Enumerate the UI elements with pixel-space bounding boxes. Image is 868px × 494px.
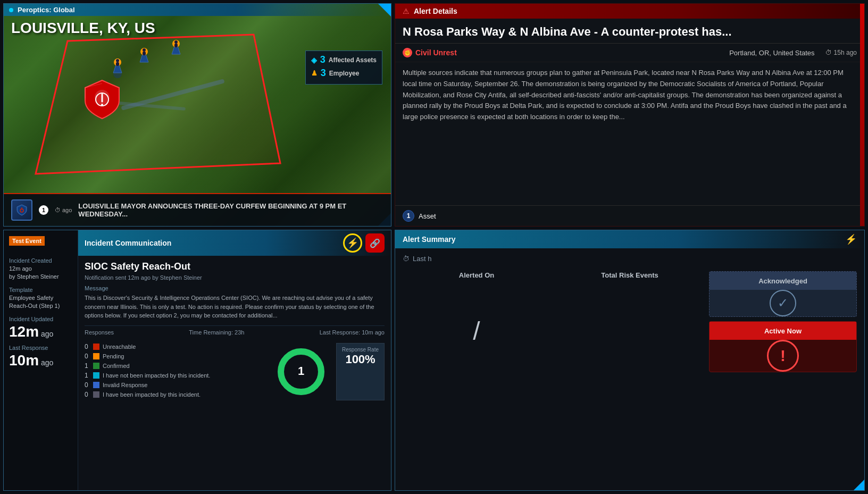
alert-header: ⚠ Alert Details: [395, 4, 864, 19]
responses-label: Responses: [85, 329, 114, 336]
asset-label: Asset: [419, 212, 436, 220]
map-panel: Peroptics: Global LOUISVILLE, KY, US: [3, 3, 391, 227]
message-label: Message: [85, 285, 385, 291]
svg-rect-14: [174, 44, 178, 47]
message-body: This is Discover's Security & Intelligen…: [85, 294, 385, 320]
incident-title: SIOC Safety Reach-Out: [85, 261, 385, 272]
summary-content: ⏱ Last h Alerted On / Total Risk Events …: [395, 248, 864, 384]
summary-columns: Alerted On / Total Risk Events Acknowled…: [403, 271, 857, 378]
response-item-invalid: 0 Invalid Response: [85, 381, 266, 389]
civil-unrest-icon: ✊: [403, 48, 412, 57]
response-bar: Responses Time Remaining: 23h Last Respo…: [85, 325, 385, 339]
alert-header-title: Alert Details: [414, 7, 457, 15]
map-background: LOUISVILLE, KY, US: [4, 4, 391, 226]
red-accent-bar: [860, 4, 864, 226]
map-polygon: [25, 30, 291, 185]
news-time: ⏱ ago: [55, 207, 72, 213]
employee-num: 3: [321, 68, 326, 79]
main-alert-marker[interactable]: [81, 78, 123, 121]
svg-rect-24: [93, 372, 99, 379]
summary-bolt-icon[interactable]: ⚡: [845, 233, 857, 245]
active-now-header: Active Now: [710, 322, 856, 340]
incident-header-title: Incident Communication: [85, 239, 171, 247]
incident-header-icons: ⚡ 🔗: [343, 233, 385, 253]
response-item-unreachable: 0 Unreachable: [85, 343, 266, 350]
slash-mark: /: [473, 316, 480, 346]
summary-time: ⏱ Last h: [403, 255, 857, 263]
alerted-on-header: Alerted On: [403, 271, 550, 279]
affected-assets-num: 3: [320, 54, 326, 65]
total-risk-header: Total Risk Events: [556, 271, 704, 279]
template-value: Employee Safety Reach-Out (Step 1): [9, 294, 72, 311]
affected-assets-box: ◈ 3 Affected Assets ♟ 3 Employee: [305, 51, 382, 85]
incident-created-label: Incident Created: [9, 257, 72, 264]
news-shield-icon: [11, 199, 32, 221]
check-icon: ✓: [770, 290, 796, 316]
link-icon[interactable]: 🔗: [365, 233, 385, 253]
response-item-not-impacted: 1 I have not been impacted by this incid…: [85, 372, 266, 379]
employee-label: Employee: [329, 70, 360, 77]
incident-header: Incident Communication ⚡ 🔗: [78, 230, 391, 256]
acknowledged-label: Acknowledged: [758, 277, 807, 285]
template-label: Template: [9, 287, 72, 293]
incident-content: SIOC Safety Reach-Out Notification sent …: [78, 256, 391, 490]
map-marker-2[interactable]: [137, 46, 152, 68]
summary-header: Alert Summary ⚡: [395, 230, 864, 248]
active-now-label: Active Now: [764, 327, 802, 335]
response-item-pending: 0 Pending: [85, 353, 266, 360]
response-item-impacted: 0 I have been impacted by this incident.: [85, 391, 266, 398]
news-bar: 1 ⏱ ago LOUISVILLE MAYOR ANNOUNCES THREE…: [4, 193, 391, 226]
rr-value: 100%: [342, 353, 379, 366]
alert-footer: 1 Asset: [395, 205, 864, 226]
svg-point-9: [143, 48, 146, 52]
map-marker-3[interactable]: [169, 38, 183, 60]
incident-updated-unit: ago: [41, 330, 53, 338]
bolt-icon[interactable]: ⚡: [343, 233, 362, 253]
svg-rect-22: [93, 353, 99, 359]
alert-type: ✊ Civil Unrest: [403, 48, 457, 57]
last-response-label: Last Response: [9, 345, 72, 351]
summary-header-title: Alert Summary: [403, 235, 456, 244]
alert-body: Multiple sources indicate that numerous …: [395, 62, 864, 128]
svg-marker-0: [36, 35, 280, 174]
total-risk-col: Total Risk Events: [556, 271, 704, 378]
svg-rect-26: [93, 391, 99, 398]
incident-sidebar: Test Event Incident Created 12m agoby St…: [4, 230, 78, 490]
active-now-content: !: [710, 340, 856, 372]
map-header: Peroptics: Global: [4, 4, 391, 16]
rr-label: Response Rate: [342, 347, 379, 353]
last-response-num: 10m: [9, 353, 39, 368]
responses-area: 0 Unreachable 0 Pending 1 Confirmed: [85, 343, 385, 400]
alert-type-label: Civil Unrest: [415, 48, 457, 57]
response-rate-box: Response Rate 100%: [336, 343, 385, 400]
map-marker-1[interactable]: [110, 57, 125, 78]
asset-num: 1: [403, 210, 414, 222]
response-list: 0 Unreachable 0 Pending 1 Confirmed: [85, 343, 266, 400]
svg-rect-23: [93, 363, 99, 369]
alerted-on-content: /: [403, 284, 550, 378]
last-response-unit: ago: [41, 358, 53, 367]
alert-time: ⏱ 15h ago: [825, 49, 857, 56]
svg-rect-21: [93, 344, 99, 350]
incident-updated-num: 12m: [9, 324, 39, 339]
incident-main: Incident Communication ⚡ 🔗 SIOC Safety R…: [78, 230, 391, 490]
right-cols: Acknowledged ✓ Active Now !: [709, 271, 857, 378]
svg-point-5: [116, 59, 119, 62]
response-item-confirmed: 1 Confirmed: [85, 362, 266, 370]
affected-assets-label: Affected Assets: [329, 56, 377, 64]
svg-rect-6: [116, 62, 119, 66]
svg-text:1: 1: [298, 364, 304, 378]
svg-rect-10: [143, 52, 146, 55]
incident-updated-label: Incident Updated: [9, 316, 72, 322]
news-text: LOUISVILLE MAYOR ANNOUNCES THREE-DAY CUR…: [78, 202, 383, 218]
header-dot: [9, 8, 13, 12]
corner-accent-br: [854, 480, 864, 490]
alert-title: N Rosa Parks Way & N Albina Ave - A coun…: [395, 19, 864, 44]
alert-meta: ✊ Civil Unrest Portland, OR, United Stat…: [395, 44, 864, 62]
total-risk-content: [556, 284, 704, 378]
time-remaining: Time Remaining: 23h: [189, 329, 244, 336]
map-header-title: Peroptics: Global: [18, 6, 75, 14]
active-now-col: Active Now !: [709, 321, 857, 372]
news-num: 1: [39, 205, 48, 215]
city-label: LOUISVILLE, KY, US: [11, 20, 155, 37]
